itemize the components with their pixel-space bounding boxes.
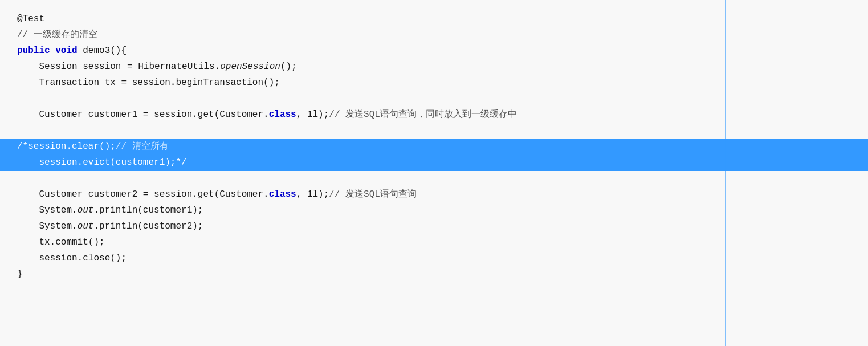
line-close: session.close();: [17, 251, 851, 267]
empty-line-1: [17, 91, 851, 107]
line-comment1: // 一级缓存的清空: [17, 27, 851, 43]
keyword-class2: class: [269, 187, 296, 202]
session-parens: ();: [280, 59, 297, 75]
line-close-brace: }: [17, 267, 851, 283]
close-brace-text: }: [17, 267, 23, 282]
commit-text: tx.commit();: [17, 235, 105, 250]
session-text: Session session: [39, 59, 121, 75]
method-name: demo3(){: [78, 43, 127, 59]
comment-text: // 一级缓存的清空: [17, 27, 97, 43]
println1-text: System.out.println(customer1);: [17, 203, 203, 218]
customer1-rest: , 1l);: [296, 107, 329, 123]
session-assign: = HibernateUtils.: [121, 59, 220, 75]
empty-line-2: [17, 123, 851, 139]
highlighted-text-2: session.evict(customer1);*/: [17, 155, 187, 170]
line-println1: System.out.println(customer1);: [17, 203, 851, 219]
line-session: Session session = HibernateUtils.openSes…: [17, 59, 851, 75]
line-customer2: Customer customer2 = session.get(Custome…: [17, 187, 851, 203]
line-highlighted-2: session.evict(customer1);*/: [0, 155, 868, 171]
line-highlighted-1: /*session.clear();// 清空所有: [0, 139, 868, 155]
close-text: session.close();: [17, 251, 127, 266]
keyword-void: void: [55, 43, 77, 59]
line-customer1: Customer customer1 = session.get(Custome…: [17, 107, 851, 123]
cursor-line: [725, 0, 726, 346]
highlighted-text-1: /*session.clear();: [17, 139, 116, 154]
line-method-decl: public void demo3(){: [17, 43, 851, 59]
println2-text: System.out.println(customer2);: [17, 219, 203, 234]
transaction-text: Transaction tx = session.beginTransactio…: [17, 75, 280, 91]
customer2-comment: // 发送SQL语句查询: [329, 187, 417, 202]
customer2-rest: , 1l);: [296, 187, 329, 202]
line-transaction: Transaction tx = session.beginTransactio…: [17, 75, 851, 91]
customer2-code: Customer customer2 = session.get(Custome…: [17, 187, 269, 202]
customer1-code: Customer customer1 = session.get(Custome…: [17, 107, 269, 123]
customer1-comment: // 发送SQL语句查询，同时放入到一级缓存中: [329, 107, 517, 123]
keyword-class1: class: [269, 107, 296, 123]
indent1: [17, 59, 39, 75]
open-session-method: openSession: [220, 59, 280, 75]
line-println2: System.out.println(customer2);: [17, 219, 851, 235]
annotation-text: @Test: [17, 11, 44, 27]
empty-line-3: [17, 171, 851, 187]
method-rest: [50, 43, 56, 59]
code-editor[interactable]: @Test // 一级缓存的清空 public void demo3(){ Se…: [0, 0, 868, 346]
keyword-public: public: [17, 43, 50, 59]
line-commit: tx.commit();: [17, 235, 851, 251]
line-annotation: @Test: [17, 11, 851, 27]
highlighted-comment-1: // 清空所有: [116, 139, 169, 154]
